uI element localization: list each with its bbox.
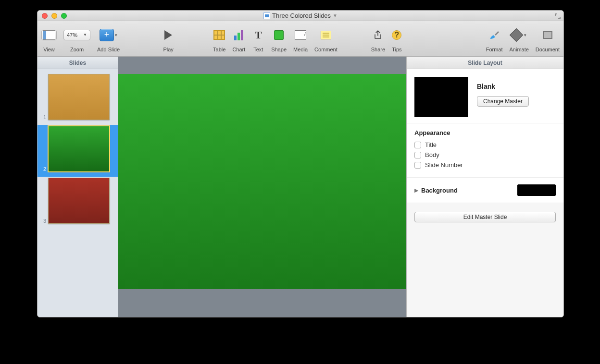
minimize-window-button[interactable] [51, 13, 57, 19]
titlebar[interactable]: Three Colored Slides ▼ [38, 11, 563, 21]
slide-thumbnails: 123 [38, 69, 118, 317]
slide-canvas[interactable] [118, 74, 406, 289]
background-row[interactable]: ▶ Background [407, 177, 563, 203]
plus-icon: + [100, 29, 114, 41]
edit-master-slide-button[interactable]: Edit Master Slide [414, 212, 556, 222]
slide-preview [48, 74, 110, 120]
window-title: Three Colored Slides ▼ [38, 12, 563, 19]
title-dropdown-caret: ▼ [333, 13, 338, 18]
chart-icon [234, 30, 243, 40]
add-slide-tool[interactable]: + ▾ Add Slide [97, 25, 120, 52]
chevron-down-icon: ▾ [524, 33, 526, 37]
zoom-value: 47% [67, 32, 77, 38]
inspector-panel: Slide Layout Blank Change Master Appeara… [406, 57, 563, 317]
play-icon [164, 30, 172, 40]
table-tool[interactable]: Table [213, 25, 225, 52]
animate-tool[interactable]: ▾ Animate [510, 25, 529, 52]
share-icon [372, 29, 384, 41]
appearance-section: Appearance Title Body Slide Number [407, 123, 563, 177]
zoom-tool[interactable]: 47% ▼ Zoom [63, 25, 90, 52]
shape-tool[interactable]: Shape [271, 25, 287, 52]
body-checkbox-row[interactable]: Body [414, 151, 556, 158]
title-checkbox-label: Title [425, 141, 437, 148]
toolbar: View 47% ▼ Zoom + ▾ Add Slid [38, 21, 563, 57]
fullscreen-button[interactable] [555, 12, 561, 18]
body-checkbox-label: Body [425, 151, 439, 158]
slide-thumbnail[interactable]: 2 [38, 125, 118, 177]
chart-tool[interactable]: Chart [232, 25, 245, 52]
table-icon [213, 30, 225, 40]
document-icon [263, 12, 270, 19]
slide-thumbnail[interactable]: 3 [38, 177, 118, 229]
slide-number-checkbox-row[interactable]: Slide Number [414, 161, 556, 169]
chevron-down-icon: ▾ [115, 33, 117, 37]
diamond-icon [510, 28, 523, 41]
document-icon [543, 31, 552, 39]
inspector-header: Slide Layout [407, 57, 563, 69]
window-title-text: Three Colored Slides [272, 12, 331, 19]
checkbox-icon [414, 162, 421, 169]
canvas-area[interactable] [118, 57, 406, 317]
play-tool[interactable]: Play [162, 25, 175, 52]
media-tool[interactable]: Media [293, 25, 308, 52]
close-window-button[interactable] [42, 13, 48, 19]
app-window: Three Colored Slides ▼ View 47% ▼ Zoom [37, 10, 564, 317]
chevron-down-icon: ▼ [83, 33, 87, 37]
disclosure-triangle-icon: ▶ [414, 187, 418, 194]
slide-number: 3 [40, 218, 46, 224]
appearance-label: Appearance [414, 129, 556, 136]
view-icon [43, 30, 55, 40]
slides-sidebar: Slides 123 [38, 57, 118, 317]
background-color-swatch[interactable] [517, 184, 556, 196]
text-tool[interactable]: T Text [252, 25, 264, 52]
share-tool[interactable]: Share [371, 25, 385, 52]
checkbox-icon [414, 142, 421, 148]
shape-icon [274, 30, 284, 40]
help-icon: ? [392, 30, 401, 40]
background-label: Background [421, 187, 458, 194]
master-name: Blank [477, 83, 529, 90]
slide-number: 2 [40, 166, 46, 172]
format-tool[interactable]: Format [486, 25, 503, 52]
workspace: Slides 123 Slide Layout Blank Change Mas… [38, 57, 563, 317]
change-master-button[interactable]: Change Master [477, 96, 529, 107]
brush-icon [488, 29, 500, 41]
slide-number-checkbox-label: Slide Number [425, 161, 463, 169]
sidebar-header: Slides [38, 57, 118, 69]
slide-preview [48, 126, 110, 172]
checkbox-icon [414, 152, 421, 158]
master-row: Blank Change Master [407, 69, 563, 123]
slide-preview [48, 178, 110, 224]
slide-thumbnail[interactable]: 1 [38, 73, 118, 125]
media-icon [295, 30, 306, 40]
tips-tool[interactable]: ? Tips [392, 25, 401, 52]
master-thumbnail[interactable] [414, 77, 468, 117]
zoom-window-button[interactable] [61, 13, 67, 19]
comment-icon [321, 31, 331, 39]
title-checkbox-row[interactable]: Title [414, 141, 556, 148]
comment-tool[interactable]: Comment [314, 25, 338, 52]
document-tool[interactable]: Document [536, 25, 560, 52]
view-tool[interactable]: View [41, 25, 57, 52]
slide-number: 1 [40, 114, 46, 120]
traffic-lights [38, 13, 67, 19]
text-icon: T [252, 29, 264, 41]
